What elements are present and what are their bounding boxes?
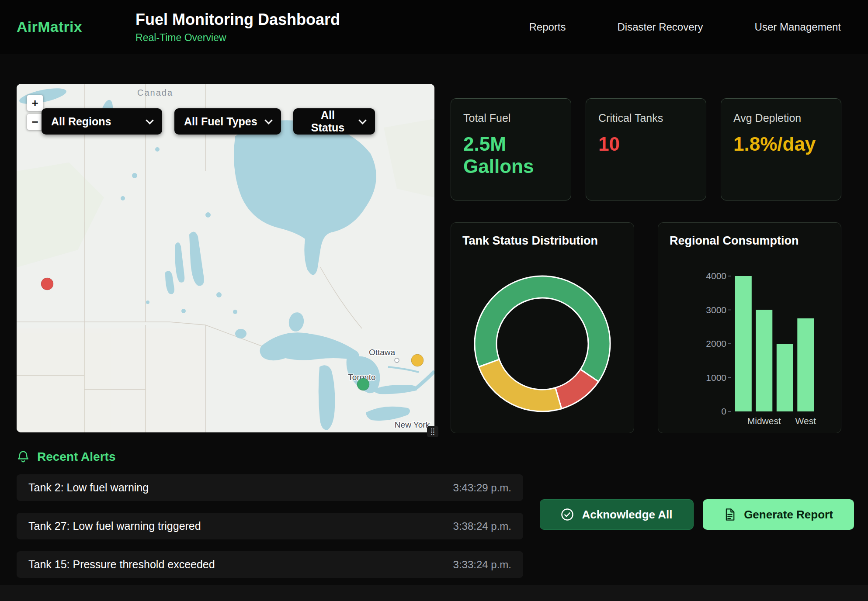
stat-value: 1.8%/day [733,133,810,155]
svg-text:4000: 4000 [706,271,726,281]
acknowledge-all-button[interactable]: Acknowledge All [540,499,694,530]
alert-list: Tank 2: Low fuel warning 3:43:29 p.m. Ta… [17,474,523,590]
map-label-new-york: New York [395,420,430,429]
chevron-down-icon [264,116,272,124]
fuel-type-filter-dropdown[interactable]: All Fuel Types [174,108,281,135]
check-circle-icon [561,508,574,521]
nav-user-management[interactable]: User Management [755,21,841,33]
resize-grip-icon[interactable]: ⣿ [427,426,438,437]
zoom-in-button[interactable]: + [27,95,43,111]
main-nav: Reports Disaster Recovery User Managemen… [529,21,841,33]
alert-time: 3:38:24 p.m. [453,520,511,532]
regional-consumption-card: Regional Consumption 01000200030004000Mi… [658,222,841,433]
svg-text:West: West [795,416,816,426]
svg-text:0: 0 [721,406,726,416]
page-title: Fuel Monitoring Dashboard [135,10,340,29]
status-filter-label: All Status [303,109,353,134]
alert-row[interactable]: Tank 15: Pressure threshold exceeded 3:3… [17,551,523,578]
zoom-out-button[interactable]: − [27,114,43,130]
tank-marker-normal[interactable] [357,378,369,390]
alerts-header: Recent Alerts [17,450,115,464]
map-label-canada: Canada [137,88,173,97]
page-subtitle: Real-Time Overview [135,32,340,44]
region-filter-dropdown[interactable]: All Regions [42,108,162,135]
region-filter-label: All Regions [51,115,111,128]
svg-text:2000: 2000 [706,338,726,349]
map-canvas[interactable]: Canada Ottawa Toronto New York [17,84,434,432]
tank-status-card: Tank Status Distribution [451,222,634,433]
map-filters: All Regions All Fuel Types All Status [42,108,375,135]
charts-row: Tank Status Distribution Regional Consum… [451,222,841,433]
stat-card-total-fuel: Total Fuel 2.5M Gallons [451,98,571,200]
stat-card-critical-tanks: Critical Tanks 10 [586,98,706,200]
alert-message: Tank 2: Low fuel warning [28,481,149,494]
alert-actions: Acknowledge All Generate Report [540,499,854,530]
stat-value: 2.5M Gallons [463,133,540,177]
stat-label: Avg Depletion [733,112,829,124]
app-logo: AirMatrix [17,18,82,35]
svg-text:3000: 3000 [706,305,726,315]
tank-marker-warning[interactable] [411,354,424,366]
tank-status-donut [470,272,615,416]
nav-reports[interactable]: Reports [529,21,566,33]
alert-time: 3:43:29 p.m. [453,482,511,494]
alerts-title: Recent Alerts [37,450,115,464]
file-report-icon [724,508,736,521]
city-dot-ottawa [395,358,399,363]
title-block: Fuel Monitoring Dashboard Real-Time Over… [135,10,340,44]
svg-text:1000: 1000 [706,373,726,383]
stat-label: Critical Tanks [598,112,694,124]
alert-row[interactable]: Tank 2: Low fuel warning 3:43:29 p.m. [17,474,523,501]
dashboard-right-column: Total Fuel 2.5M Gallons Critical Tanks 1… [451,98,841,433]
map-label-ottawa: Ottawa [369,348,396,357]
map-graphic: Canada Ottawa Toronto New York [17,84,434,432]
tank-marker-critical[interactable] [41,278,53,290]
status-filter-dropdown[interactable]: All Status [293,108,375,135]
app-header: AirMatrix Fuel Monitoring Dashboard Real… [0,0,868,54]
bell-icon [17,450,30,464]
stat-label: Total Fuel [463,112,559,124]
generate-report-label: Generate Report [744,508,833,522]
alert-time: 3:33:24 p.m. [453,559,511,571]
map-zoom-controls: + − [27,95,43,130]
svg-text:Midwest: Midwest [747,416,781,426]
chart-title: Regional Consumption [670,234,830,248]
stats-row: Total Fuel 2.5M Gallons Critical Tanks 1… [451,98,841,200]
donut-wrap [462,272,622,416]
stat-card-avg-depletion: Avg Depletion 1.8%/day [721,98,841,200]
chevron-down-icon [146,116,153,124]
bar-wrap: 01000200030004000MidwestWest [670,261,830,431]
nav-disaster-recovery[interactable]: Disaster Recovery [618,21,703,33]
chevron-down-icon [358,116,366,124]
map-panel: Canada Ottawa Toronto New York + − All R… [17,84,434,432]
fuel-type-filter-label: All Fuel Types [184,115,257,128]
generate-report-button[interactable]: Generate Report [703,499,854,530]
acknowledge-all-label: Acknowledge All [582,508,672,522]
alert-message: Tank 15: Pressure threshold exceeded [28,558,215,571]
alerts-section: Recent Alerts Tank 2: Low fuel warning 3… [0,432,868,601]
alert-row[interactable]: Tank 27: Low fuel warning triggered 3:38… [17,513,523,539]
chart-title: Tank Status Distribution [462,234,622,248]
footer-strip [0,585,868,601]
stat-value: 10 [598,133,675,155]
regional-consumption-chart: 01000200030004000MidwestWest [670,261,830,429]
alert-message: Tank 27: Low fuel warning triggered [28,520,201,532]
